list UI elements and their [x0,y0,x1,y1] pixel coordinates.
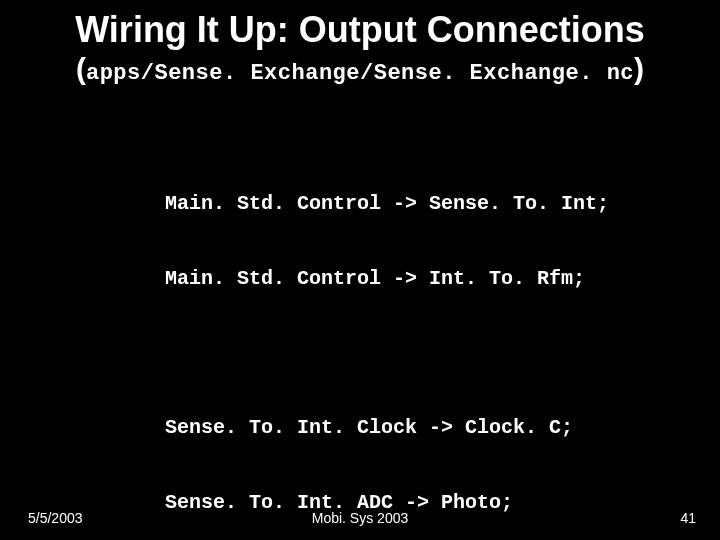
slide-title: Wiring It Up: Output Connections [0,0,720,50]
footer-page: 41 [680,510,696,526]
code-line: Sense. To. Int. ADC -> Photo; [165,490,720,515]
code-line: Sense. To. Int. Clock -> Clock. C; [165,415,720,440]
footer-venue: Mobi. Sys 2003 [312,510,409,526]
paren-open: ( [76,52,86,85]
slide: Wiring It Up: Output Connections (apps/S… [0,0,720,540]
paren-close: ) [634,52,644,85]
code-line: Main. Std. Control -> Int. To. Rfm; [165,266,720,291]
subtitle-path: apps/Sense. Exchange/Sense. Exchange. nc [86,61,634,86]
slide-subtitle: (apps/Sense. Exchange/Sense. Exchange. n… [0,52,720,86]
code-gap [165,341,720,365]
code-line: Main. Std. Control -> Sense. To. Int; [165,191,720,216]
footer-date: 5/5/2003 [28,510,83,526]
code-block: Main. Std. Control -> Sense. To. Int; Ma… [165,141,720,540]
